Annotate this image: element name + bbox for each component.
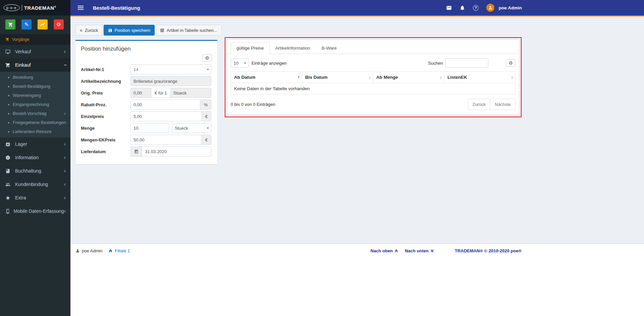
sidebar-item-extra[interactable]: Extra ‹ xyxy=(0,191,70,204)
previous-page-button[interactable]: Zurück xyxy=(468,99,491,110)
info-circle-icon xyxy=(5,155,12,160)
quick-edit-button[interactable]: ✎ xyxy=(21,19,32,29)
sidebar-subitem-eingangsrechnung[interactable]: ▸ Eingangsrechnung xyxy=(0,100,70,109)
sort-icon[interactable]: ▴▾ xyxy=(298,75,300,79)
messages-button[interactable] xyxy=(446,5,452,11)
sidebar-subitem-bestell-vorschlag[interactable]: ▸ Bestell-Vorschlag ‹ xyxy=(0,109,70,118)
column-header-bis-datum[interactable]: Bis Datum ▴▾ xyxy=(302,72,373,83)
scroll-bottom-label: Nach unten xyxy=(405,248,429,253)
tab-b-ware[interactable]: B-Ware xyxy=(316,42,342,54)
table-icon xyxy=(160,28,164,33)
scroll-top-link[interactable]: Nach oben xyxy=(371,248,398,253)
tab-artikelinformation[interactable]: Artikelinformation xyxy=(270,42,316,54)
sidebar-item-verkauf[interactable]: Verkauf ‹ xyxy=(0,45,70,58)
sidebar-menu: Verkauf ‹ Einkauf ‹ ▸ Bestellung ▸ Beste… xyxy=(0,45,70,218)
chevron-left-icon: ‹ xyxy=(64,49,66,54)
selected-value: 10 xyxy=(234,61,238,66)
field-label: Einzelpreis xyxy=(81,114,130,119)
footer-branch-link[interactable]: Filiale 1 xyxy=(108,248,130,253)
tab-gueltige-preise[interactable]: gültige Preise xyxy=(231,42,270,54)
empty-message: Keine Daten in der Tabelle vorhanden xyxy=(231,83,515,94)
sidebar-subitem-bestellung[interactable]: ▸ Bestellung xyxy=(0,73,70,82)
double-chevron-up-icon xyxy=(394,249,398,253)
help-button[interactable]: ? xyxy=(473,5,479,11)
sidebar-item-kundenbindung[interactable]: Kundenbindung ‹ xyxy=(0,178,70,191)
field-rabatt-proz: Rabatt-Proz. % xyxy=(81,100,212,110)
user-menu[interactable]: poe Admin xyxy=(499,5,522,10)
column-header-ab-datum[interactable]: Ab Datum ▴▾ xyxy=(231,72,302,83)
sort-icon[interactable]: ▴▾ xyxy=(440,75,442,79)
orig-preis-input[interactable] xyxy=(130,88,151,98)
artikel-nr-select[interactable]: 14 ▾ xyxy=(130,64,211,74)
column-header-ab-menge[interactable]: Ab Menge ▴▾ xyxy=(373,72,444,83)
table-search-input[interactable] xyxy=(445,58,488,68)
pagination: Zurück Nächste xyxy=(468,99,516,110)
sort-icon[interactable]: ▴▾ xyxy=(369,75,371,79)
sidebar-subitem-wareneingang[interactable]: ▸ Wareneingang xyxy=(0,91,70,100)
menu-label: Einkauf xyxy=(15,62,64,68)
back-button[interactable]: « Zurück xyxy=(75,25,103,36)
table-settings-button[interactable]: ⚙ xyxy=(506,59,516,67)
menu-label: Buchhaltung xyxy=(15,168,64,174)
sidebar-item-lager[interactable]: Lager ‹ xyxy=(0,137,70,151)
logo-registered-mark: ® xyxy=(54,5,56,8)
field-menge: Menge Stueck ▾ xyxy=(81,123,212,133)
quick-chart-button[interactable] xyxy=(38,19,48,29)
selected-value: Stueck xyxy=(175,126,188,131)
orig-preis-unit-input[interactable] xyxy=(170,88,211,98)
form-settings-button[interactable]: ⚙ xyxy=(202,54,212,62)
sidebar-item-mobile-daten-erfassung[interactable]: Mobile Daten-Erfassung ‹ xyxy=(0,204,70,218)
hamburger-icon[interactable] xyxy=(74,4,88,11)
caret-right-icon: ▸ xyxy=(8,130,10,133)
column-label: Ab Datum xyxy=(234,75,256,80)
avatar[interactable] xyxy=(486,4,494,12)
field-label: Lieferdatum xyxy=(81,149,130,154)
select-caret-icon: ▾ xyxy=(207,126,209,130)
column-label: Bis Datum xyxy=(305,75,328,80)
notifications-button[interactable] xyxy=(460,5,465,11)
submenu-label: Lieferanten-Retoure xyxy=(13,129,66,134)
cart-icon xyxy=(5,38,9,42)
next-page-button[interactable]: Nächste xyxy=(490,99,516,110)
sort-icon[interactable]: ▴▾ xyxy=(511,75,513,79)
desktop-icon xyxy=(5,49,12,54)
double-chevron-left-icon: « xyxy=(80,27,83,33)
price-tabs: gültige Preise Artikelinformation B-Ware xyxy=(227,40,519,54)
field-label: Rabatt-Proz. xyxy=(81,102,130,107)
quick-settings-button[interactable]: ⚙ xyxy=(54,19,64,29)
field-label: Mengen-EKPreis xyxy=(81,137,130,142)
sidebar-item-einkauf[interactable]: Einkauf ‹ xyxy=(0,58,70,72)
rabatt-proz-input[interactable] xyxy=(130,100,200,110)
scroll-bottom-link[interactable]: Nach unten xyxy=(405,248,434,253)
lieferdatum-input[interactable] xyxy=(142,146,211,156)
double-chevron-down-icon xyxy=(430,249,434,253)
menu-label: Lager xyxy=(15,141,64,147)
artikelbezeichnung-input[interactable] xyxy=(130,76,211,86)
save-position-button[interactable]: Position speichern xyxy=(104,25,155,36)
sidebar-subitem-freigegebene-bestellungen[interactable]: ▸ Freigegebene Bestellungen xyxy=(0,118,70,127)
calendar-icon[interactable] xyxy=(130,146,142,156)
search-article-table-button[interactable]: Artikel in Tabelle suchen... xyxy=(156,25,222,36)
column-header-listenek[interactable]: ListenEK ▴▾ xyxy=(444,72,515,83)
cart-icon xyxy=(5,63,12,68)
chart-line-icon xyxy=(40,22,45,27)
sidebar-subitem-lieferanten-retoure[interactable]: ▸ Lieferanten-Retoure xyxy=(0,127,70,136)
chevron-left-icon: ‹ xyxy=(64,141,66,147)
column-label: Ab Menge xyxy=(376,75,398,80)
menu-label: Extra xyxy=(15,195,64,200)
mengen-ekpreis-input[interactable] xyxy=(130,135,202,145)
selected-value: 14 xyxy=(133,67,138,72)
menge-input[interactable] xyxy=(130,123,169,133)
brand-logo[interactable]: p·o·e TRADEMAN® xyxy=(0,0,70,15)
einzelpreis-input[interactable] xyxy=(130,111,202,121)
chevron-down-icon: ‹ xyxy=(62,64,67,66)
sidebar-subitem-bestell-bestaetigung[interactable]: ▸ Bestell-Bestätigung xyxy=(0,82,70,91)
sidebar-item-buchhaltung[interactable]: Buchhaltung ‹ xyxy=(0,164,70,178)
menge-unit-select[interactable]: Stueck ▾ xyxy=(172,123,211,133)
quick-cart-button[interactable] xyxy=(5,19,15,29)
menu-label: Verkauf xyxy=(15,49,64,54)
accent-line xyxy=(70,15,644,16)
sidebar-item-information[interactable]: Information ‹ xyxy=(0,151,70,164)
logo-name-text: TRADEMAN xyxy=(24,5,54,11)
page-length-select[interactable]: 10 ▾ xyxy=(231,58,249,68)
